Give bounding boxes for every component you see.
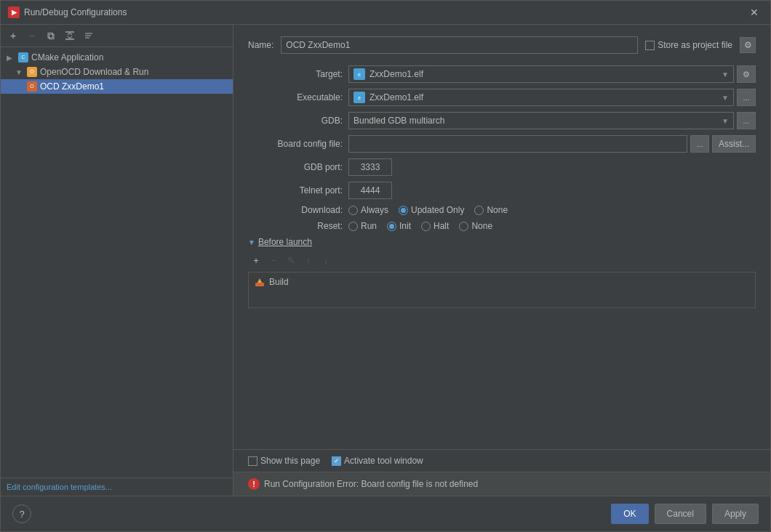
reset-none-label: None bbox=[471, 221, 492, 231]
download-always-radio[interactable] bbox=[348, 206, 358, 215]
sidebar-item-cmake-group[interactable]: ▶ C CMake Application bbox=[1, 50, 233, 65]
gdb-combo-arrow: ▼ bbox=[722, 117, 729, 125]
target-row: Target: e ZxxDemo1.elf ▼ ⚙ bbox=[248, 65, 756, 83]
before-launch-down-button[interactable]: ↓ bbox=[318, 253, 334, 267]
gdb-row: GDB: Bundled GDB multiarch ▼ ... bbox=[248, 112, 756, 129]
before-launch-up-button[interactable]: ↑ bbox=[300, 253, 316, 267]
executable-combo-arrow: ▼ bbox=[722, 94, 729, 102]
before-launch-arrow[interactable]: ▼ bbox=[248, 238, 255, 246]
sidebar: + − ⧉ bbox=[1, 25, 233, 496]
board-config-field: ... Assist... bbox=[348, 135, 756, 153]
store-project-check[interactable]: Store as project file bbox=[645, 40, 732, 50]
telnet-port-row: Telnet port: bbox=[248, 182, 756, 199]
before-launch-edit-button[interactable]: ✎ bbox=[283, 253, 299, 267]
reset-halt-label: Halt bbox=[434, 221, 449, 231]
remove-config-button[interactable]: − bbox=[24, 28, 40, 44]
name-label: Name: bbox=[248, 40, 273, 50]
cmake-arrow: ▶ bbox=[7, 54, 15, 62]
copy-config-button[interactable]: ⧉ bbox=[43, 28, 59, 44]
gear-button[interactable]: ⚙ bbox=[740, 37, 756, 53]
download-none-label: None bbox=[487, 205, 508, 215]
list-item: Build bbox=[252, 275, 752, 289]
before-launch-title[interactable]: Before launch bbox=[258, 237, 312, 247]
config-tree: ▶ C CMake Application ▼ O OpenOCD Downlo… bbox=[1, 47, 233, 477]
assist-button[interactable]: Assist... bbox=[712, 135, 756, 153]
gdb-port-label: GDB port: bbox=[248, 162, 343, 172]
svg-rect-5 bbox=[255, 283, 264, 286]
gdb-port-field bbox=[348, 158, 756, 176]
close-button[interactable]: ✕ bbox=[746, 5, 763, 20]
right-panel: Name: Store as project file ⚙ Target: e bbox=[233, 25, 770, 496]
show-page-check[interactable]: Show this page bbox=[248, 456, 320, 466]
executable-row: Executable: e ZxxDemo1.elf ▼ ... bbox=[248, 89, 756, 106]
gdb-dots-button[interactable]: ... bbox=[737, 112, 756, 129]
reset-label: Reset: bbox=[248, 221, 343, 231]
download-updated-radio[interactable] bbox=[399, 206, 408, 215]
ok-button[interactable]: OK bbox=[611, 504, 648, 524]
activate-tool-check[interactable]: Activate tool window bbox=[332, 456, 423, 466]
cmake-icon: C bbox=[18, 52, 28, 63]
gdb-field: Bundled GDB multiarch ▼ ... bbox=[348, 112, 756, 129]
executable-value: ZxxDemo1.elf bbox=[369, 92, 423, 102]
before-launch-toolbar: + − ✎ ↑ ↓ bbox=[248, 251, 756, 269]
telnet-port-field bbox=[348, 182, 756, 199]
reset-halt-radio[interactable] bbox=[421, 222, 431, 231]
cmake-label: CMake Application bbox=[31, 52, 103, 63]
gdb-combo[interactable]: Bundled GDB multiarch ▼ bbox=[348, 112, 734, 129]
target-combo-arrow: ▼ bbox=[722, 70, 729, 78]
download-none-radio[interactable] bbox=[474, 206, 484, 215]
move-config-button[interactable] bbox=[62, 28, 78, 44]
sidebar-item-ocd-demo[interactable]: O OCD ZxxDemo1 bbox=[1, 79, 233, 94]
app-icon: ▶ bbox=[8, 7, 20, 18]
executable-dots-button[interactable]: ... bbox=[737, 89, 756, 106]
help-button[interactable]: ? bbox=[12, 504, 31, 523]
title-bar: ▶ Run/Debug Configurations ✕ bbox=[1, 1, 770, 25]
reset-halt-option[interactable]: Halt bbox=[421, 221, 449, 231]
gdb-label: GDB: bbox=[248, 116, 343, 126]
reset-init-option[interactable]: Init bbox=[387, 221, 411, 231]
sort-config-button[interactable] bbox=[81, 28, 97, 44]
show-page-checkbox[interactable] bbox=[248, 456, 257, 466]
apply-button[interactable]: Apply bbox=[712, 504, 759, 524]
before-launch-list: Build bbox=[248, 272, 756, 308]
activate-tool-checkbox[interactable] bbox=[332, 456, 341, 466]
before-launch-remove-button[interactable]: − bbox=[265, 253, 281, 267]
reset-init-radio[interactable] bbox=[387, 222, 396, 231]
dialog-buttons: ? OK Cancel Apply bbox=[1, 496, 770, 531]
download-label: Download: bbox=[248, 205, 343, 215]
before-launch-add-button[interactable]: + bbox=[248, 253, 264, 267]
name-input[interactable] bbox=[281, 36, 638, 54]
board-config-dots-button[interactable]: ... bbox=[690, 135, 709, 153]
target-combo[interactable]: e ZxxDemo1.elf ▼ bbox=[348, 65, 734, 83]
sidebar-toolbar: + − ⧉ bbox=[1, 25, 233, 47]
download-none-option[interactable]: None bbox=[474, 205, 508, 215]
download-updated-option[interactable]: Updated Only bbox=[399, 205, 464, 215]
store-project-checkbox[interactable] bbox=[645, 41, 655, 50]
svg-marker-6 bbox=[257, 278, 262, 283]
download-always-option[interactable]: Always bbox=[348, 205, 388, 215]
cancel-button[interactable]: Cancel bbox=[655, 504, 706, 524]
reset-none-radio[interactable] bbox=[459, 222, 468, 231]
build-icon bbox=[255, 277, 265, 287]
edit-templates-link[interactable]: Edit configuration templates... bbox=[1, 477, 233, 496]
form-area: Name: Store as project file ⚙ Target: e bbox=[233, 25, 770, 449]
telnet-port-input[interactable] bbox=[348, 182, 392, 199]
download-updated-label: Updated Only bbox=[411, 205, 464, 215]
reset-run-radio[interactable] bbox=[348, 222, 358, 231]
ocd-demo-label: OCD ZxxDemo1 bbox=[40, 81, 104, 92]
reset-none-option[interactable]: None bbox=[459, 221, 492, 231]
executable-field: e ZxxDemo1.elf ▼ ... bbox=[348, 89, 756, 106]
board-config-input[interactable] bbox=[348, 135, 687, 153]
gdb-port-input[interactable] bbox=[348, 158, 392, 176]
executable-combo[interactable]: e ZxxDemo1.elf ▼ bbox=[348, 89, 734, 106]
add-config-button[interactable]: + bbox=[5, 28, 21, 44]
target-elf-icon: e bbox=[353, 68, 365, 80]
reset-init-label: Init bbox=[399, 221, 411, 231]
reset-run-option[interactable]: Run bbox=[348, 221, 377, 231]
store-project-label: Store as project file bbox=[658, 40, 732, 50]
reset-run-label: Run bbox=[361, 221, 377, 231]
dialog-title: Run/Debug Configurations bbox=[24, 7, 127, 17]
sidebar-item-openocd-group[interactable]: ▼ O OpenOCD Download & Run bbox=[1, 65, 233, 79]
error-bar: ! Run Configuration Error: Board config … bbox=[233, 472, 770, 496]
target-settings-button[interactable]: ⚙ bbox=[737, 65, 756, 83]
